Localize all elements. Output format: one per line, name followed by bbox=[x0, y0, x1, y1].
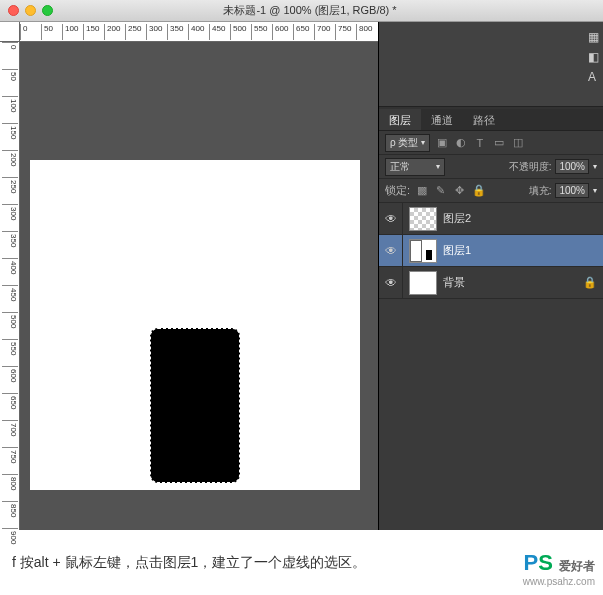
selection-shape[interactable] bbox=[150, 328, 240, 483]
ruler-tick: 450 bbox=[2, 285, 18, 301]
layer-row[interactable]: 👁背景🔒 bbox=[379, 267, 603, 299]
blend-mode-select[interactable]: 正常▾ bbox=[385, 158, 445, 176]
minimize-icon[interactable] bbox=[25, 5, 36, 16]
window-title: 未标题-1 @ 100% (图层1, RGB/8) * bbox=[65, 3, 555, 18]
ruler-tick: 150 bbox=[2, 123, 18, 139]
lock-row: 锁定: ▩ ✎ ✥ 🔒 填充: 100% ▾ bbox=[379, 179, 603, 203]
tab-layers[interactable]: 图层 bbox=[379, 109, 421, 130]
filter-shape-icon[interactable]: ▭ bbox=[491, 135, 506, 150]
ruler-tick: 500 bbox=[230, 24, 246, 40]
adjustments-icon[interactable]: ◧ bbox=[588, 50, 599, 64]
filter-smart-icon[interactable]: ◫ bbox=[510, 135, 525, 150]
watermark-url: www.psahz.com bbox=[523, 576, 595, 587]
blend-row: 正常▾ 不透明度: 100% ▾ bbox=[379, 155, 603, 179]
filter-adjust-icon[interactable]: ◐ bbox=[453, 135, 468, 150]
ruler-tick: 500 bbox=[2, 312, 18, 328]
ruler-tick: 350 bbox=[2, 231, 18, 247]
close-icon[interactable] bbox=[8, 5, 19, 16]
ruler-tick: 200 bbox=[104, 24, 120, 40]
visibility-icon[interactable]: 👁 bbox=[379, 267, 403, 298]
ruler-tick: 550 bbox=[251, 24, 267, 40]
visibility-icon[interactable]: 👁 bbox=[379, 203, 403, 234]
layer-row[interactable]: 👁图层2 bbox=[379, 203, 603, 235]
ruler-tick: 600 bbox=[272, 24, 288, 40]
ruler-tick: 100 bbox=[62, 24, 78, 40]
visibility-icon[interactable]: 👁 bbox=[379, 235, 403, 266]
lock-brush-icon[interactable]: ✎ bbox=[433, 183, 448, 198]
lock-move-icon[interactable]: ✥ bbox=[452, 183, 467, 198]
ruler-tick: 650 bbox=[293, 24, 309, 40]
app-window: 未标题-1 @ 100% (图层1, RGB/8) * 050100150200… bbox=[0, 0, 603, 530]
ruler-tick: 600 bbox=[2, 366, 18, 382]
ruler-tick: 400 bbox=[2, 258, 18, 274]
ruler-tick: 150 bbox=[83, 24, 99, 40]
ruler-tick: 0 bbox=[20, 24, 27, 40]
titlebar: 未标题-1 @ 100% (图层1, RGB/8) * bbox=[0, 0, 603, 22]
ruler-tick: 650 bbox=[2, 393, 18, 409]
ruler-tick: 800 bbox=[2, 474, 18, 490]
right-panels: ▦ ◧ A 图层 通道 路径 ρ 类型▾ ▣ ◐ T ▭ ◫ bbox=[378, 22, 603, 530]
layer-row[interactable]: 👁图层1 bbox=[379, 235, 603, 267]
watermark: PS 爱好者 www.psahz.com bbox=[523, 550, 595, 587]
swatches-icon[interactable]: ▦ bbox=[588, 30, 599, 44]
ruler-tick: 0 bbox=[2, 42, 18, 49]
opacity-value[interactable]: 100% bbox=[555, 159, 589, 174]
layer-name: 图层2 bbox=[443, 211, 471, 226]
text-icon[interactable]: A bbox=[588, 70, 599, 84]
ruler-tick: 800 bbox=[356, 24, 372, 40]
lock-all-icon[interactable]: 🔒 bbox=[471, 183, 486, 198]
ruler-vertical: 0501001502002503003504004505005506006507… bbox=[0, 22, 20, 530]
ruler-tick: 850 bbox=[2, 501, 18, 517]
ruler-tick: 250 bbox=[125, 24, 141, 40]
canvas-viewport[interactable] bbox=[20, 42, 378, 530]
lock-icon: 🔒 bbox=[583, 276, 597, 289]
ruler-tick: 100 bbox=[2, 96, 18, 112]
ruler-tick: 700 bbox=[314, 24, 330, 40]
watermark-logo: PS 爱好者 bbox=[523, 550, 595, 576]
ruler-tick: 900 bbox=[2, 528, 18, 544]
ruler-tick: 700 bbox=[2, 420, 18, 436]
window-controls bbox=[8, 5, 53, 16]
fill-label: 填充: bbox=[529, 184, 552, 198]
options-strip: ▦ ◧ A bbox=[379, 22, 603, 107]
layer-list: 👁图层2👁图层1👁背景🔒 bbox=[379, 203, 603, 299]
panel-tabs: 图层 通道 路径 bbox=[379, 109, 603, 131]
ruler-tick: 50 bbox=[41, 24, 53, 40]
editor-area: 0501001502002503003504004505005506006507… bbox=[0, 22, 378, 530]
filter-row: ρ 类型▾ ▣ ◐ T ▭ ◫ bbox=[379, 131, 603, 155]
canvas[interactable] bbox=[30, 160, 360, 490]
fill-value[interactable]: 100% bbox=[555, 183, 589, 198]
layer-name: 图层1 bbox=[443, 243, 471, 258]
ruler-tick: 450 bbox=[209, 24, 225, 40]
ruler-tick: 350 bbox=[167, 24, 183, 40]
ruler-tick: 750 bbox=[335, 24, 351, 40]
layer-thumbnail[interactable] bbox=[409, 271, 437, 295]
ruler-tick: 750 bbox=[2, 447, 18, 463]
ruler-tick: 50 bbox=[2, 69, 18, 81]
filter-image-icon[interactable]: ▣ bbox=[434, 135, 449, 150]
layer-thumbnail[interactable] bbox=[409, 239, 437, 263]
tab-paths[interactable]: 路径 bbox=[463, 109, 505, 130]
lock-label: 锁定: bbox=[385, 183, 410, 198]
filter-text-icon[interactable]: T bbox=[472, 135, 487, 150]
layer-thumbnail[interactable] bbox=[409, 207, 437, 231]
filter-type-select[interactable]: ρ 类型▾ bbox=[385, 134, 430, 152]
maximize-icon[interactable] bbox=[42, 5, 53, 16]
caption: f 按alt + 鼠标左键，点击图层1，建立了一个虚线的选区。 bbox=[0, 530, 603, 584]
opacity-chevron-icon[interactable]: ▾ bbox=[593, 162, 597, 171]
ruler-corner bbox=[0, 22, 20, 42]
ruler-tick: 550 bbox=[2, 339, 18, 355]
ruler-tick: 300 bbox=[146, 24, 162, 40]
opacity-label: 不透明度: bbox=[509, 160, 552, 174]
ruler-horizontal: 0501001502002503003504004505005506006507… bbox=[20, 22, 378, 42]
tab-channels[interactable]: 通道 bbox=[421, 109, 463, 130]
ruler-tick: 300 bbox=[2, 204, 18, 220]
ruler-tick: 200 bbox=[2, 150, 18, 166]
lock-pixels-icon[interactable]: ▩ bbox=[414, 183, 429, 198]
layer-name: 背景 bbox=[443, 275, 465, 290]
workspace: 0501001502002503003504004505005506006507… bbox=[0, 22, 603, 530]
layers-panel: 图层 通道 路径 ρ 类型▾ ▣ ◐ T ▭ ◫ 正常▾ 不透明度: 100% … bbox=[379, 109, 603, 530]
ruler-tick: 400 bbox=[188, 24, 204, 40]
fill-chevron-icon[interactable]: ▾ bbox=[593, 186, 597, 195]
ruler-tick: 250 bbox=[2, 177, 18, 193]
